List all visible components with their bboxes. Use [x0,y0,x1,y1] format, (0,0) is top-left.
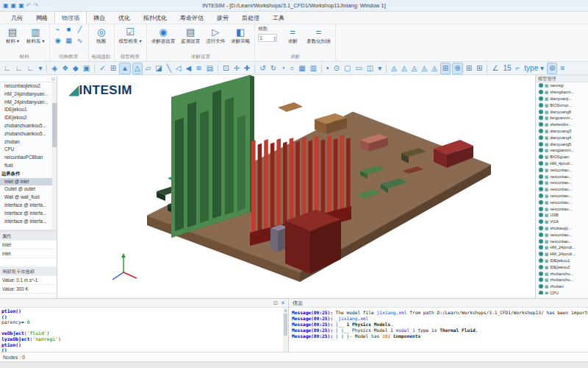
tab-网格[interactable]: 网格 [29,12,54,24]
toolbar-icon[interactable]: ◈ [50,63,59,74]
model-item-dianyuang3[interactable]: ▦dianyuang3 [536,128,588,135]
toolbar-icon[interactable]: ∠ [490,63,500,74]
tree-item-IDEjiekou2[interactable]: IDEjiekou2 [0,114,57,122]
property-row[interactable]: Value: 0.1 m s^-1 [0,276,57,285]
toolbar-icon[interactable]: ⊕ [452,63,462,74]
console-body[interactable]: ption()()parency= 0 veObject('fluid')lyz… [0,308,288,353]
toolbar-icon[interactable]: △ [132,63,143,74]
tree-item-zhuban[interactable]: zhuban [0,138,57,146]
model-item-zhubanchu[interactable]: ▦zhubanchu... [536,270,588,277]
toolbar-icon[interactable]: ◬ [430,63,439,74]
toolbar-icon[interactable]: ↺ [258,63,267,74]
tree-item-Interfaceinterfa[interactable]: Interface @ interfa... [0,202,57,210]
tree-item-Wallwall_fluid[interactable]: Wall @ wall_fluid [0,194,57,202]
tab-几何[interactable]: 几何 [4,12,29,24]
tab-物理场[interactable]: 物理场 [54,11,87,24]
ribbon-button-监测设置[interactable]: ▤监测设置 [179,26,201,46]
model-item-neicuntiao[interactable]: ▦neicuntiao... [536,205,588,212]
tree-item-neicuntiaojiekou2[interactable]: neicuntiaojiekou2 [0,82,57,91]
toolbar-icon[interactable]: ▦ [297,63,306,74]
load-tool-icon[interactable]: ◉ [53,37,63,47]
toolbar-icon[interactable]: ▥ [309,63,318,74]
tab-耦合[interactable]: 耦合 [87,12,112,24]
ribbon-button-材料[interactable]: ▤材料 ▾ [3,26,22,46]
toolbar-icon[interactable]: ◪ [154,63,163,74]
model-item-HM_4pindi[interactable]: ▦HM_4pindi... [536,160,588,167]
toolbar-icon[interactable]: ✚ [243,63,251,74]
ribbon-button-求解器设置[interactable]: ◉求解器设置 [150,26,177,46]
model-item-neicuntiao[interactable]: ▦neicuntiao... [536,166,588,173]
toolbar-icon[interactable]: ∟ [26,63,36,74]
toolbar-icon[interactable]: ◫ [365,63,375,74]
toolbar-icon[interactable]: ⊡ [221,63,230,74]
load-tool-icon[interactable]: ■ [64,26,74,36]
toolbar-icon[interactable]: type ▾ [523,63,545,74]
toolbar-icon[interactable]: ◁ [174,63,183,74]
ribbon-button-参数化扫描[interactable]: =参数化扫描 [305,26,332,46]
tree-item-CPU[interactable]: CPU [0,146,57,154]
model-item-HM_24pindi[interactable]: ▦HM_24pindi... [536,251,588,258]
model-item-nangjianxin[interactable]: ▦nangjianxin... [536,147,588,154]
ribbon-button-求解[interactable]: =求解 [283,26,302,46]
console-scrollbar[interactable]: ▲ [283,308,288,353]
toolbar-icon[interactable]: ◔ [279,63,287,74]
tree-item-Inletinlet[interactable]: Inlet @ inlet [0,178,57,186]
toolbar-icon[interactable]: • [325,63,331,74]
tree-item-HM_24pindianyuan[interactable]: HM_24pindianyuan... [0,99,57,107]
load-tool-icon[interactable]: ╱ [75,26,85,36]
3d-viewport[interactable]: ◢INTESIM [57,75,535,298]
toolbar-icon[interactable]: ▲ [119,63,131,74]
tree-item-Interfaceinterfa[interactable]: Interface @ interfa... [0,210,57,218]
toolbar-icon[interactable]: ≡ [559,63,566,74]
toolbar-icon[interactable]: ▭ [354,63,363,74]
toolbar-icon[interactable]: ∟ [2,63,12,74]
model-item-shengkaxin[interactable]: ▦shengkaxin... [536,89,588,96]
ribbon-button-求解策略[interactable]: ◧求解策略 [229,26,251,46]
pin-icon[interactable]: ⊡ [51,76,55,81]
model-item-CPU[interactable]: ▦CPU [536,290,588,295]
toolbar-icon[interactable]: ○ [288,63,295,74]
toolbar-icon[interactable]: ❖ [60,63,70,74]
model-item-HM_24pindi[interactable]: ▦HM_24pindi... [536,244,588,251]
model-item-neicuntiao[interactable]: ▦neicuntiao... [536,193,588,199]
model-item-neicuntiao[interactable]: ▦neicuntiao... [536,173,588,180]
core-count-spinner[interactable]: 核数1▴▾ [258,26,277,42]
model-item-BIOSguan[interactable]: ▦BIOSguan [536,154,588,160]
model-item-dianyuang4[interactable]: ▦dianyuang4 [536,134,588,141]
toolbar-icon[interactable]: ↻ [269,63,278,74]
tab-拓扑优化[interactable]: 拓扑优化 [137,12,173,24]
tab-工具[interactable]: 工具 [266,12,291,24]
tab-后处理[interactable]: 后处理 [235,12,266,24]
tree-item-zhubanchuankou5[interactable]: zhubanchuankou5... [0,122,57,130]
model-item-BIOSxinpi[interactable]: ▦BIOSxinpi... [536,102,588,108]
toolbar-icon[interactable]: ╲ [165,63,173,74]
model-item-nanregi[interactable]: ▦nanregi [536,82,588,89]
toolbar-icon[interactable]: ◬ [390,63,398,74]
model-item-VGA[interactable]: ▦VGA [536,219,588,225]
model-item-beiguanxin[interactable]: ▦beiguanxin... [536,115,588,121]
property-row[interactable]: inlet [0,250,57,258]
model-item-dianyuang6[interactable]: ▦dianyuang6 [536,108,588,115]
toolbar-icon[interactable]: ✛ [232,63,240,74]
model-item-dianyuang5[interactable]: ▦dianyuang5 [536,141,588,147]
model-item-zhubanchu[interactable]: ▦zhubanchu... [536,277,588,283]
toolbar-icon[interactable]: ▾ [376,63,383,74]
load-tool-icon[interactable]: ▦ [64,37,74,47]
model-item-zhuban[interactable]: ▦zhuban [536,283,588,290]
toolbar-icon[interactable]: ⊞ [109,63,118,74]
toolbar-icon[interactable]: ◬ [400,63,409,74]
toolbar-icon[interactable]: ◀ [184,63,193,74]
toolbar-icon[interactable]: ∟ [14,63,24,74]
tree-item-zhubanchuankou5[interactable]: zhubanchuankou5... [0,130,57,138]
tab-疲劳[interactable]: 疲劳 [210,12,235,24]
ribbon-button-模型检查[interactable]: ☑模型检查 ▾ [118,26,143,46]
toolbar-icon[interactable]: ▾ [37,63,43,74]
tree-scrollbar[interactable] [52,82,57,230]
tree-item-IDEjiekou1[interactable]: IDEjiekou1 [0,106,57,114]
model-item-IDEjiekou2[interactable]: ▦IDEjiekou2 [536,263,588,270]
model-item-shebeidixi[interactable]: ▦shebeidixi... [536,121,588,128]
model-item-neicuntiao[interactable]: ▦neicuntiao... [536,238,588,244]
tab-寿命评估[interactable]: 寿命评估 [173,12,210,24]
tree-item-fluid[interactable]: fluid [0,162,57,170]
toolbar-icon[interactable]: ⊜ [547,63,557,74]
